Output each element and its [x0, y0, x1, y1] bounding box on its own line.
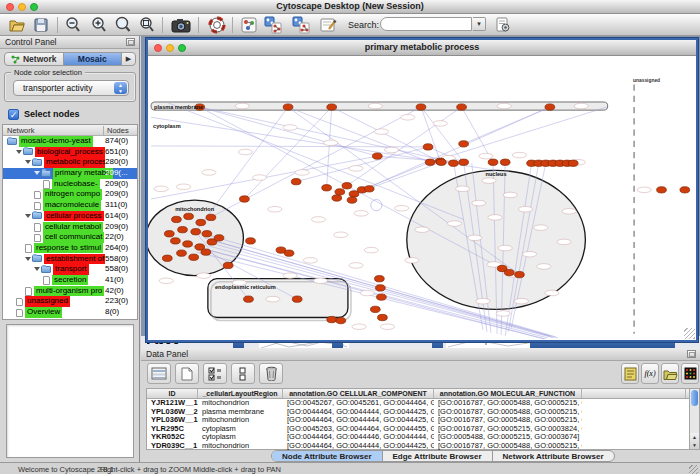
save-session-button[interactable]: [30, 15, 52, 35]
network-node[interactable]: [372, 153, 382, 159]
attribute-table-button[interactable]: [147, 363, 171, 384]
network-node[interactable]: [378, 314, 388, 320]
tree-row-nucleobase-[interactable]: nucleobase-209(0): [3, 179, 137, 190]
network-node[interactable]: [223, 262, 233, 268]
network-node[interactable]: [376, 285, 386, 291]
network-node[interactable]: [500, 159, 510, 165]
table-row[interactable]: YPL036W__2plasma membrane[GO:0044464, GO…: [147, 408, 690, 417]
network-node[interactable]: [680, 187, 690, 193]
network-node[interactable]: [292, 296, 302, 302]
network-node[interactable]: [488, 159, 498, 165]
network-node[interactable]: [336, 317, 346, 323]
tree-row-biological-process[interactable]: biological_process651(0): [3, 147, 137, 158]
network-node[interactable]: [657, 187, 667, 193]
expander-icon[interactable]: [25, 257, 31, 261]
select-nodes-checkbox[interactable]: ✓: [8, 109, 19, 120]
tree-row-transport[interactable]: transport558(0): [3, 264, 137, 275]
new-attribute-button[interactable]: [175, 363, 199, 384]
network-node[interactable]: [449, 160, 459, 166]
tab-node-attribute-browser[interactable]: Node Attribute Browser: [272, 451, 383, 461]
network-node[interactable]: [327, 316, 337, 322]
network-node[interactable]: [162, 255, 172, 261]
network-node[interactable]: [459, 159, 469, 165]
tree-row-cellular-metabol[interactable]: cellular metabol209(0): [3, 222, 137, 233]
network-node[interactable]: [416, 104, 426, 110]
column-header-3[interactable]: annotation.GO CELLULAR_COMPONENT: [283, 389, 434, 398]
network-edit-button-b[interactable]: [290, 15, 312, 35]
network-node[interactable]: [425, 159, 435, 165]
network-node[interactable]: [347, 197, 357, 203]
tabs-overflow-arrow[interactable]: ▶: [122, 53, 135, 65]
network-node[interactable]: [184, 213, 194, 219]
zoom-fit-button[interactable]: [136, 15, 158, 35]
network-node[interactable]: [327, 104, 337, 110]
tree-row-cell-communicat[interactable]: cell communicat22(0): [3, 232, 137, 243]
float-data-panel-icon[interactable]: [687, 350, 696, 358]
help-button[interactable]: [206, 15, 228, 35]
float-control-panel-icon[interactable]: [126, 38, 135, 46]
table-row[interactable]: YKR052Ccytoplasm[GO:0044464, GO:0044446,…: [147, 433, 690, 442]
tree-row-primary-metabo[interactable]: primary metabo209(...: [3, 168, 137, 179]
tab-network-attribute-browser[interactable]: Network Attribute Browser: [493, 451, 614, 461]
network-node[interactable]: [183, 241, 193, 247]
network-node[interactable]: [457, 104, 467, 110]
network-node[interactable]: [370, 306, 380, 312]
tree-row-mosaic-demo-yeast[interactable]: mosaic-demo-yeast874(0): [3, 136, 137, 147]
import-attributes-button[interactable]: [661, 363, 679, 384]
network-node[interactable]: [172, 216, 182, 222]
network-node[interactable]: [189, 254, 199, 260]
network-node[interactable]: [322, 185, 332, 191]
zoom-selected-button[interactable]: [112, 15, 134, 35]
network-node[interactable]: [196, 219, 206, 225]
expander-icon[interactable]: [16, 150, 22, 154]
network-node[interactable]: [206, 214, 216, 220]
network-view-window[interactable]: primary metabolic process: [146, 38, 698, 342]
tree-col-nodes[interactable]: Nodes: [103, 126, 129, 135]
zoom-in-button[interactable]: [88, 15, 110, 35]
network-node[interactable]: [201, 249, 211, 255]
zoom-out-button[interactable]: [62, 15, 84, 35]
network-node[interactable]: [177, 250, 187, 256]
tree-row-overview[interactable]: Overview8(0): [3, 307, 137, 318]
network-node[interactable]: [240, 196, 250, 202]
network-edit-button-a[interactable]: [262, 15, 284, 35]
function-builder-button[interactable]: f(x): [641, 363, 659, 384]
network-snapshot-button[interactable]: [170, 15, 192, 35]
column-header-2[interactable]: _cellularLayoutRegion: [198, 389, 283, 398]
network-node[interactable]: [214, 235, 224, 241]
search-input[interactable]: [380, 17, 472, 31]
network-window-titlebar[interactable]: primary metabolic process: [148, 40, 696, 56]
network-node[interactable]: [459, 141, 469, 147]
table-row[interactable]: YPL036W__1mitochondrion[GO:0044464, GO:0…: [147, 416, 690, 425]
open-session-button[interactable]: [6, 15, 28, 35]
search-config-button[interactable]: [492, 15, 514, 35]
network-node[interactable]: [375, 276, 385, 282]
scrollbar-arrows[interactable]: ▲▼: [690, 433, 699, 449]
network-canvas[interactable]: plasma membrane cytoplasm mitochondrion …: [148, 56, 696, 340]
expander-icon[interactable]: [34, 171, 40, 175]
table-row[interactable]: YJR121W__1mitochondrion[GO:0045267, GO:0…: [147, 399, 690, 408]
network-node[interactable]: [342, 183, 352, 189]
tree-row-macromolecule[interactable]: macromolecule311(0): [3, 200, 137, 211]
scrollbar-thumb[interactable]: [691, 390, 698, 406]
canvas-resize-grip[interactable]: [684, 328, 695, 339]
matrix-view-button[interactable]: [681, 363, 699, 384]
tree-row-secretion[interactable]: secretion41(0): [3, 275, 137, 286]
node-color-dropdown[interactable]: transporter activity ▲▼: [13, 80, 129, 96]
window-titlebar[interactable]: Cytoscape Desktop (New Session): [0, 0, 700, 14]
tree-row-multi-organism-pro[interactable]: multi-organism pro42(0): [3, 286, 137, 297]
network-node[interactable]: [191, 229, 201, 235]
tab-mosaic[interactable]: Mosaic: [64, 53, 123, 65]
tab-edge-attribute-browser[interactable]: Edge Attribute Browser: [383, 451, 493, 461]
tree-row-cellular-process[interactable]: cellular process614(0): [3, 211, 137, 222]
network-node[interactable]: [178, 227, 188, 233]
search-dropdown-arrow[interactable]: ▼: [473, 17, 486, 31]
network-node[interactable]: [515, 271, 525, 277]
network-node[interactable]: [332, 195, 342, 201]
birdseye-overview[interactable]: [6, 324, 134, 458]
network-node[interactable]: [568, 160, 578, 166]
tree-row-nitrogen-compo[interactable]: nitrogen compo209(0): [3, 189, 137, 200]
select-attributes-button[interactable]: [203, 363, 227, 384]
column-header-1[interactable]: ID: [147, 389, 198, 398]
network-node[interactable]: [377, 294, 387, 300]
